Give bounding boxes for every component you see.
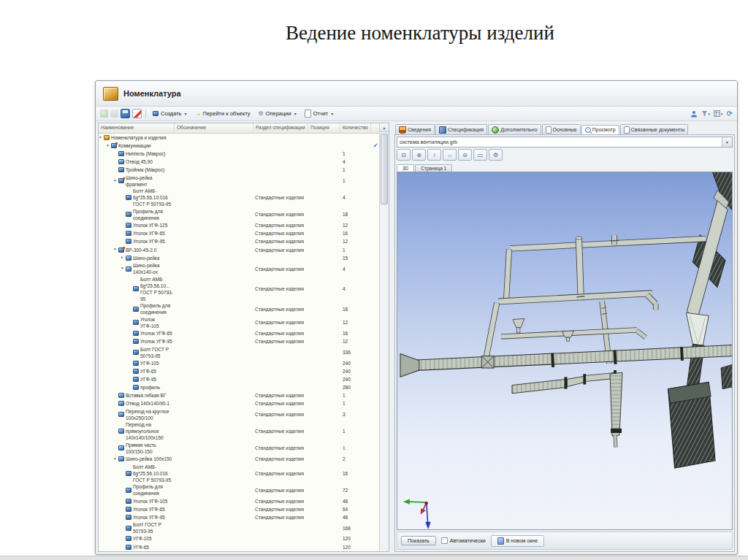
tree-row[interactable]: ▾ВР-300-45-2.0Стандартные изделия1 [99,246,380,254]
tab-additional[interactable]: Дополнительно [488,124,541,134]
view-dropdown-icon[interactable]: ▾ [714,110,723,117]
auto-checkbox[interactable] [441,537,448,544]
viewer-tab-page1[interactable]: Страница 1 [415,164,452,172]
tree-row[interactable]: УГФ-65240 [99,367,380,375]
spec-section-cell: Стандартные изделия [253,212,308,217]
tree-row[interactable]: Тройник (Макрос)1 [99,166,380,174]
operations-button[interactable]: ⚙ Операции [255,110,299,118]
tree-row[interactable]: Уголок УГФ-95Стандартные изделия48 [99,513,380,521]
item-name: УГФ-105 [133,535,152,542]
tree-row[interactable]: ▾Шино-рейка 100х150Стандартные изделия2 [99,455,380,463]
tree-row[interactable]: ▸Шино-рейка15 [99,254,380,262]
tree-row[interactable]: УГФ-65120 [99,542,380,551]
viewer-tab-3d[interactable]: 3D [397,164,414,172]
export-report-icon[interactable] [132,109,142,118]
item-name: Шино-рейка [133,255,159,261]
tree-row[interactable]: Переход на круглое 100х250/100Стандартны… [99,407,380,421]
quantity-cell: 1 [340,248,371,253]
tree-row[interactable]: Профиль для соединенияСтандартные издели… [99,208,380,222]
user-icon[interactable] [690,110,698,118]
column-header-position[interactable]: Позиция [308,123,340,133]
item-name: Уголок УГФ-65 [140,330,172,337]
scrollbar-thumb[interactable] [381,134,388,204]
tree-row[interactable]: УГФ-105120 [99,534,380,542]
zoom-out-icon[interactable]: ⊖ [458,149,472,161]
scroll-up-icon[interactable]: ▲ [380,123,389,132]
tree-row[interactable]: профиль280 [99,383,380,391]
tab-specification[interactable]: Спецификация [435,124,487,134]
tree-scrollbar[interactable]: ▲ [379,123,389,551]
tab-linked-documents[interactable]: Связанные документы [620,124,689,134]
quantity-cell: 12 [340,339,371,344]
goto-object-button[interactable]: → Перейти к объекту [192,110,253,118]
show-button[interactable]: Показать [401,536,436,545]
tree-row[interactable]: УГФ-95240 [99,375,380,383]
settings-icon[interactable]: ⚙ [489,149,503,161]
part-cube-icon [126,212,131,217]
tree-row[interactable]: Уголок УГФ-105Стандартные изделия12 [99,316,380,330]
tree-row[interactable]: ▾Шино-рейка фрагмент1 [99,174,380,188]
tree-row[interactable]: Болт ГОСТ Р 50793-95336 [99,345,380,359]
refresh-icon[interactable]: ⟳ [727,110,733,118]
tree-row[interactable]: Отвод 140х140/90-1Стандартные изделия1 [99,399,380,407]
tab-info[interactable]: Сведения [395,124,435,134]
tree-row[interactable]: Прямая часть 100/150-150Стандартные изде… [99,442,380,456]
new-window-button[interactable]: В новом окне [491,535,544,547]
new-window-icon[interactable]: ▭ [473,149,487,161]
refresh-tool-icon[interactable] [100,110,108,118]
column-header-quantity[interactable]: Количество [340,123,371,133]
tree-row[interactable]: Ниппель (Макрос)1 [99,150,380,158]
zoom-select-icon[interactable]: ⊕ [412,149,426,161]
tree-row[interactable]: УГФ-105240 [99,359,380,367]
tree-row[interactable]: Переход на прямоугольное 140х140/100х150… [99,421,380,442]
fit-width-icon[interactable]: ↔ [443,149,457,161]
tree-row[interactable]: Профиль для соединенияСтандартные издели… [99,483,380,497]
tree-row[interactable]: Уголок УГФ-65Стандартные изделия16 [99,229,380,237]
tree-row[interactable]: Уголок УГФ-95Стандартные изделия12 [99,337,380,345]
tree-row[interactable]: Болт ГОСТ Р 50793-95168 [99,521,380,535]
tree-row[interactable]: Уголок УГФ-95Стандартные изделия12 [99,237,380,245]
spec-section-cell: Стандартные изделия [253,393,308,398]
tree-row[interactable]: Уголок УГФ-65Стандартные изделия64 [99,505,380,513]
create-button[interactable]: Создать [150,110,190,118]
filter-dropdown-icon[interactable]: ▾ [701,110,711,117]
spec-section-cell: Стандартные изделия [253,331,308,336]
tree-row[interactable]: Профиль для соединенияСтандартные издели… [99,302,380,316]
part-cube-icon [133,385,139,390]
report-button[interactable]: Отчет [302,109,337,118]
save-icon[interactable] [121,109,130,118]
item-name-cell: УГФ-95 [99,376,175,383]
tree-row[interactable]: ▾Коммуникации✓ [99,142,380,150]
3d-viewport[interactable] [397,172,733,530]
item-name: Уголок УГФ-95 [133,514,165,521]
tree-row[interactable]: ▾Номенклатура и изделия [99,134,380,142]
column-header-name[interactable]: Наименование [99,123,175,133]
mag-icon [585,127,591,133]
tree-row[interactable]: Болт АМ8-6g*25.56.10.016 ГОСТ Р 50793-95… [99,463,380,483]
tree-row[interactable]: Болт АМ8-6g*25.56.10... ГОСТ Р 50793-95С… [99,275,380,302]
tab-main[interactable]: Основные [542,124,581,134]
tree-row[interactable]: Вставка гибкая ВГСтандартные изделия1 [99,391,380,399]
item-name-cell: Уголок УГФ-105 [99,316,175,329]
item-name-cell: ▾ВР-300-45-2.0 [99,247,175,253]
combo-dropdown-icon[interactable]: ▾ [722,137,732,147]
tree-row[interactable]: Уголок УГФ-105Стандартные изделия48 [99,497,380,505]
item-name: Переход на круглое 100х250/100 [126,408,175,421]
tree-row[interactable]: ▾Шино-рейка 140х140-охСтандартные издели… [99,262,380,276]
tree-row[interactable]: Уголок УГФ-65Стандартные изделия16 [99,329,380,337]
tree-row[interactable]: Болт АМ8-6g*25.56.10.016 ГОСТ Р 50793-95… [99,188,380,208]
tree-row[interactable]: Отвод 45,904 [99,158,380,166]
fit-height-icon[interactable]: ↕ [427,149,441,161]
tree-column-headers: Наименование Обозначение Раздел специфик… [99,123,380,134]
column-header-designation[interactable]: Обозначение [175,123,253,133]
part-cube-icon [133,361,139,366]
column-header-spec-section[interactable]: Раздел спецификации [253,123,308,133]
tree-row[interactable]: Уголок УГФ-125Стандартные изделия12 [99,221,380,229]
part-cube-icon [111,143,117,148]
tab-preview[interactable]: Просмотр [581,125,619,134]
delete-tool-icon[interactable] [110,110,118,118]
print-icon[interactable]: ⊡ [397,149,411,161]
quantity-cell: 240 [340,369,371,374]
auto-label: Автоматически [450,538,486,543]
file-combo[interactable]: система вентиляции.grb ▾ [397,137,733,147]
